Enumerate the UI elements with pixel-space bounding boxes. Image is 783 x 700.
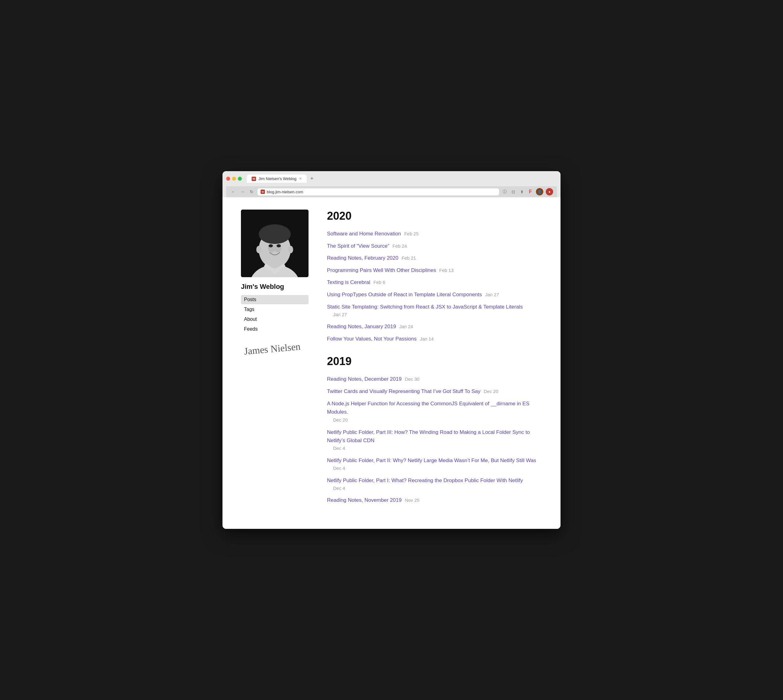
browser-window: W Jim Nielsen's Weblog ✕ + ← → ↻ W blog.…	[223, 171, 560, 529]
post-date: Dec 30	[405, 377, 420, 382]
post-date: Feb 13	[439, 268, 453, 273]
post-link[interactable]: Netlify Public Folder, Part I: What? Rec…	[327, 478, 523, 483]
tab-bar: W Jim Nielsen's Weblog ✕ +	[247, 174, 557, 183]
post-date: Jan 27	[485, 292, 499, 297]
nav-item-feeds: Feeds	[241, 325, 308, 334]
list-item: Reading Notes, January 2019 Jan 24	[327, 323, 542, 331]
address-bar-row: ← → ↻ W blog.jim-nielsen.com ⓘ ⊡ ⬆ F 👤 ●	[226, 186, 557, 197]
nav-link-feeds[interactable]: Feeds	[241, 325, 308, 334]
list-item: Texting is Cerebral Feb 6	[327, 278, 542, 287]
post-link[interactable]: Programming Pairs Well With Other Discip…	[327, 267, 436, 273]
nav-item-about: About	[241, 315, 308, 324]
minimize-button[interactable]	[232, 177, 236, 181]
reload-button[interactable]: ↻	[248, 189, 255, 195]
post-date: Nov 25	[405, 497, 420, 503]
post-date: Feb 6	[373, 280, 385, 285]
post-link[interactable]: The Spirit of “View Source”	[327, 243, 389, 249]
page-content: Jim's Weblog Posts Tags About Feeds Jame…	[223, 197, 560, 529]
list-item: Reading Notes, November 2019 Nov 25	[327, 496, 542, 504]
post-date: Dec 20	[484, 389, 498, 394]
post-link[interactable]: Software and Home Renovation	[327, 231, 401, 237]
tab-favicon: W	[252, 177, 256, 181]
post-link[interactable]: Reading Notes, November 2019	[327, 497, 401, 503]
post-date: Jan 14	[420, 336, 433, 342]
svg-point-7	[268, 244, 273, 247]
post-link[interactable]: A Node.js Helper Function for Accessing …	[327, 401, 530, 415]
address-bar[interactable]: W blog.jim-nielsen.com	[258, 188, 499, 195]
nav-item-posts: Posts	[241, 295, 308, 304]
post-link[interactable]: Reading Notes, December 2019	[327, 376, 401, 382]
profile-photo	[241, 210, 308, 277]
user-avatar[interactable]: 👤	[536, 188, 543, 195]
browser-controls: W Jim Nielsen's Weblog ✕ +	[226, 174, 557, 183]
post-date: Dec 4	[333, 445, 542, 452]
traffic-lights	[226, 177, 242, 181]
tab-close-button[interactable]: ✕	[299, 177, 302, 181]
post-date: Jan 27	[333, 311, 542, 318]
nav-item-tags: Tags	[241, 305, 308, 314]
list-item: A Node.js Helper Function for Accessing …	[327, 400, 542, 423]
list-item: Netlify Public Folder, Part I: What? Rec…	[327, 476, 542, 492]
year-heading-2019: 2019	[327, 355, 542, 368]
post-link[interactable]: Texting is Cerebral	[327, 279, 370, 285]
forward-button[interactable]: →	[239, 189, 246, 195]
site-title: Jim's Weblog	[241, 283, 308, 291]
year-heading-2020: 2020	[327, 210, 542, 222]
post-date: Dec 20	[333, 417, 542, 424]
share-icon[interactable]: ⬆	[519, 189, 525, 195]
list-item: Follow Your Values, Not Your Passions Ja…	[327, 335, 542, 343]
post-date: Feb 25	[404, 231, 418, 236]
post-date: Feb 21	[401, 255, 416, 261]
svg-point-10	[288, 246, 293, 253]
post-link[interactable]: Twitter Cards and Visually Representing …	[327, 388, 481, 394]
nav-list: Posts Tags About Feeds	[241, 295, 308, 334]
nav-link-posts[interactable]: Posts	[241, 295, 308, 304]
list-item: Software and Home Renovation Feb 25	[327, 230, 542, 238]
post-link[interactable]: Netlify Public Folder, Part III: How? Th…	[327, 429, 530, 443]
list-item: The Spirit of “View Source” Feb 24	[327, 242, 542, 250]
info-icon[interactable]: ⓘ	[501, 189, 508, 195]
list-item: Programming Pairs Well With Other Discip…	[327, 267, 542, 274]
list-item: Using PropTypes Outside of React in Temp…	[327, 291, 542, 299]
post-link[interactable]: Using PropTypes Outside of React in Temp…	[327, 292, 482, 297]
browser-chrome: W Jim Nielsen's Weblog ✕ + ← → ↻ W blog.…	[223, 171, 560, 197]
list-item: Netlify Public Folder, Part II: Why? Net…	[327, 456, 542, 472]
back-button[interactable]: ←	[230, 189, 237, 195]
main-content: 2020 Software and Home Renovation Feb 25…	[327, 210, 542, 517]
svg-point-8	[277, 244, 281, 247]
list-item: Static Site Templating: Switching from R…	[327, 303, 542, 318]
post-date: Jan 24	[399, 324, 413, 329]
post-date: Dec 4	[333, 485, 542, 492]
post-link[interactable]: Netlify Public Folder, Part II: Why? Net…	[327, 458, 536, 463]
list-item: Reading Notes, February 2020 Feb 21	[327, 254, 542, 262]
signature: James Nielsen	[244, 340, 301, 357]
list-item: Twitter Cards and Visually Representing …	[327, 387, 542, 395]
close-button[interactable]	[226, 177, 230, 181]
sidebar: Jim's Weblog Posts Tags About Feeds Jame…	[241, 210, 308, 517]
post-link[interactable]: Follow Your Values, Not Your Passions	[327, 336, 417, 342]
active-tab[interactable]: W Jim Nielsen's Weblog ✕	[247, 175, 307, 183]
post-link[interactable]: Reading Notes, January 2019	[327, 323, 396, 329]
profile-icon[interactable]: ●	[546, 188, 553, 195]
address-favicon: W	[261, 190, 265, 194]
post-list-2019: Reading Notes, December 2019 Dec 30 Twit…	[327, 375, 542, 504]
nav-link-tags[interactable]: Tags	[241, 305, 308, 314]
post-list-2020: Software and Home Renovation Feb 25 The …	[327, 230, 542, 343]
browser-icons: ⓘ ⊡ ⬆ F 👤 ●	[501, 188, 553, 195]
post-date: Feb 24	[392, 243, 407, 248]
post-link[interactable]: Reading Notes, February 2020	[327, 255, 398, 261]
list-item: Reading Notes, December 2019 Dec 30	[327, 375, 542, 383]
svg-point-4	[259, 224, 291, 244]
maximize-button[interactable]	[238, 177, 242, 181]
post-link[interactable]: Static Site Templating: Switching from R…	[327, 304, 523, 310]
post-date: Dec 4	[333, 465, 542, 472]
svg-point-9	[256, 246, 261, 253]
extensions-icon[interactable]: F	[527, 189, 533, 195]
nav-link-about[interactable]: About	[241, 315, 308, 324]
cast-icon[interactable]: ⊡	[510, 189, 516, 195]
tab-title: Jim Nielsen's Weblog	[258, 177, 297, 181]
list-item: Netlify Public Folder, Part III: How? Th…	[327, 428, 542, 452]
url-text: blog.jim-nielsen.com	[267, 190, 303, 194]
new-tab-button[interactable]: +	[308, 174, 316, 183]
